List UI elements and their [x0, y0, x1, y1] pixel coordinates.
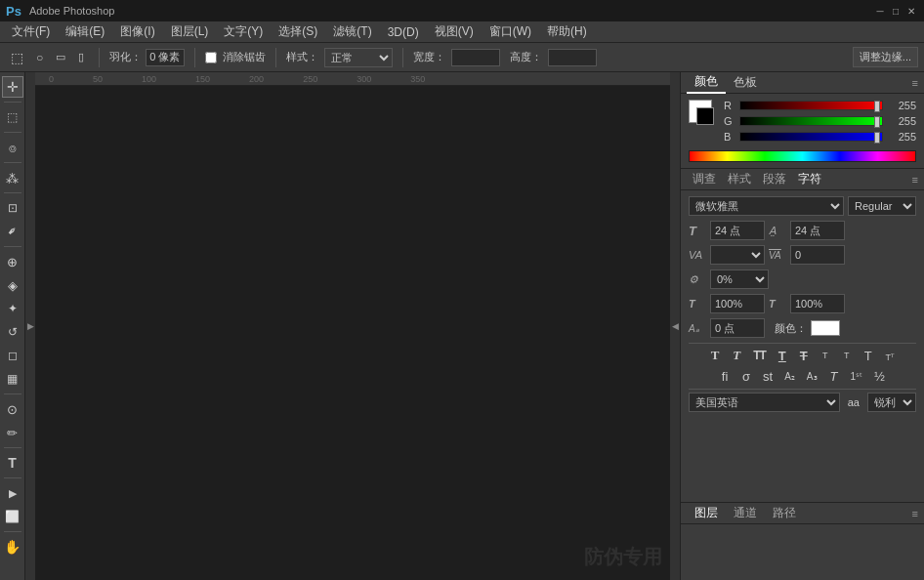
fmt-a3-btn[interactable]: A₃	[804, 370, 820, 383]
g-slider[interactable]	[739, 116, 883, 126]
path-select-tool[interactable]: ▶	[2, 482, 23, 504]
ellipse-select-icon[interactable]: ○	[31, 48, 48, 67]
fmt-caps-btn[interactable]: T	[861, 348, 876, 364]
menu-item-y[interactable]: 文字(Y)	[216, 21, 271, 42]
tab-character[interactable]: 字符	[792, 169, 827, 189]
quick-select-tool[interactable]: ⁂	[2, 167, 23, 188]
height-input[interactable]	[548, 49, 597, 66]
menu-item-i[interactable]: 图像(I)	[112, 21, 162, 42]
fmt-half-btn[interactable]: ½	[871, 368, 888, 385]
left-panel-collapse[interactable]: ▶	[25, 72, 35, 580]
b-slider-wrap	[739, 132, 883, 142]
fmt-underline-btn[interactable]: T	[775, 348, 790, 364]
menu-item-h[interactable]: 帮助(H)	[539, 21, 595, 42]
text-tool[interactable]: T	[2, 452, 23, 474]
font-style-select[interactable]: Regular Bold Italic	[848, 196, 916, 216]
font-size-input[interactable]	[710, 221, 765, 240]
swatches-tab[interactable]: 色板	[726, 72, 765, 93]
menu-item-dd[interactable]: 3D(D)	[380, 23, 427, 41]
menu-item-v[interactable]: 视图(V)	[427, 21, 482, 42]
tab-survey[interactable]: 调查	[687, 169, 722, 189]
layers-header: 图层 通道 路径 ≡	[681, 503, 924, 524]
g-slider-thumb[interactable]	[874, 116, 880, 128]
vert-select-icon[interactable]: ▯	[73, 48, 89, 66]
fmt-sigma-btn[interactable]: σ	[738, 368, 754, 385]
fmt-subscript-btn[interactable]: T	[839, 350, 855, 361]
fmt-tt-btn[interactable]: TT	[750, 348, 769, 363]
color-label: 颜色：	[775, 321, 807, 336]
fmt-allcaps-btn[interactable]: Tᵀ	[882, 348, 898, 364]
lang-select[interactable]: 美国英语 中文	[689, 393, 840, 412]
menu-item-l[interactable]: 图层(L)	[163, 21, 217, 42]
fmt-superscript-btn[interactable]: T	[818, 350, 833, 361]
history-brush-tool[interactable]: ↺	[2, 321, 23, 343]
fmt-strikethrough-btn[interactable]: T	[796, 348, 812, 364]
tab-style[interactable]: 样式	[722, 169, 757, 189]
hscale-input[interactable]	[790, 294, 845, 313]
antialias-checkbox[interactable]	[205, 52, 217, 63]
scale-row: ⚙ 0%	[689, 269, 916, 289]
maximize-button[interactable]: □	[889, 4, 903, 18]
adjust-edge-button[interactable]: 调整边缘...	[853, 47, 918, 67]
b-label: B	[724, 131, 735, 143]
font-name-select[interactable]: 微软雅黑	[689, 196, 844, 216]
tab-paragraph[interactable]: 段落	[757, 169, 792, 189]
r-slider[interactable]	[739, 101, 883, 110]
layers-tab[interactable]: 图层	[687, 503, 726, 523]
fmt-st-btn[interactable]: st	[760, 368, 776, 385]
paths-tab[interactable]: 路径	[765, 503, 804, 523]
rect-select-icon[interactable]: ⬚	[6, 47, 28, 68]
fmt-a2-btn[interactable]: A₂	[781, 370, 798, 383]
gradient-tool[interactable]: ▦	[2, 368, 23, 390]
move-tool[interactable]: ✛	[2, 76, 23, 98]
fmt-1st-btn[interactable]: 1ˢᵗ	[848, 370, 866, 383]
r-slider-thumb[interactable]	[874, 101, 880, 112]
style-select[interactable]: 正常 固定比例 固定大小	[324, 48, 393, 67]
heal-tool[interactable]: ⊕	[2, 251, 23, 272]
clone-tool[interactable]: ✦	[2, 298, 23, 319]
char-divider2	[689, 389, 916, 390]
baseline-input[interactable]	[710, 318, 765, 338]
minimize-button[interactable]: ─	[873, 4, 887, 18]
b-slider-thumb[interactable]	[874, 132, 880, 144]
char-panel-menu[interactable]: ≡	[912, 174, 918, 186]
menu-item-s[interactable]: 选择(S)	[271, 21, 325, 42]
width-input[interactable]	[451, 49, 500, 66]
brush-tool[interactable]: ◈	[2, 274, 23, 296]
pen-tool[interactable]: ✏	[2, 422, 23, 443]
eyedropper-tool[interactable]: ✒	[0, 216, 25, 246]
leading-input[interactable]	[790, 221, 845, 240]
vscale-input[interactable]	[710, 294, 765, 313]
hand-tool[interactable]: ✋	[2, 536, 23, 558]
menu-item-e[interactable]: 编辑(E)	[58, 21, 112, 42]
kern-select[interactable]: 0 视觉	[710, 245, 765, 265]
channels-tab[interactable]: 通道	[726, 503, 765, 523]
menu-item-w[interactable]: 窗口(W)	[482, 21, 539, 42]
shape-tool[interactable]: ⬜	[2, 506, 23, 527]
lasso-tool[interactable]: ⌾	[2, 137, 23, 158]
fmt-italic-btn[interactable]: T	[729, 347, 744, 364]
color-tab[interactable]: 颜色	[687, 71, 726, 94]
color-panel-menu[interactable]: ≡	[912, 77, 918, 89]
fmt-fi-btn[interactable]: fi	[717, 368, 733, 385]
right-panel-collapse[interactable]: ◀	[670, 72, 680, 580]
color-spectrum[interactable]	[689, 150, 916, 162]
menu-item-t[interactable]: 滤镜(T)	[325, 21, 379, 42]
menu-item-f[interactable]: 文件(F)	[4, 21, 58, 42]
r-label: R	[724, 100, 735, 111]
fmt-t-italic-btn[interactable]: T	[826, 368, 842, 385]
horiz-select-icon[interactable]: ▭	[51, 48, 70, 66]
background-swatch[interactable]	[696, 107, 714, 125]
layers-panel-menu[interactable]: ≡	[912, 508, 918, 519]
close-button[interactable]: ✕	[904, 4, 918, 18]
fmt-bold-btn[interactable]: T	[707, 347, 723, 364]
dodge-tool[interactable]: ⊙	[2, 398, 23, 420]
char-color-swatch[interactable]	[811, 320, 840, 336]
b-slider[interactable]	[739, 132, 883, 142]
aa-select[interactable]: 锐利 犀利 强 平滑	[867, 393, 916, 412]
eraser-tool[interactable]: ◻	[2, 345, 23, 366]
scale-select[interactable]: 0%	[710, 269, 769, 289]
tracking-input[interactable]	[790, 245, 845, 265]
rect-select-tool[interactable]: ⬚	[2, 106, 23, 128]
feather-input[interactable]	[146, 49, 185, 66]
